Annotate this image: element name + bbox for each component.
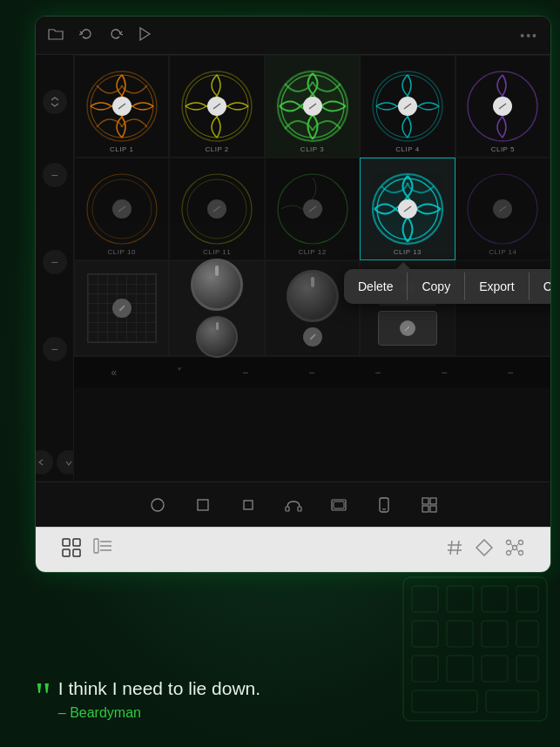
clip-1[interactable]: CLIP 1	[74, 55, 169, 158]
clip-14-label: CLIP 14	[489, 248, 516, 256]
empty-clip-cell[interactable]	[74, 260, 169, 356]
svg-rect-84	[482, 656, 508, 682]
clip-14[interactable]: CLIP 14	[455, 158, 550, 260]
svg-rect-41	[244, 501, 253, 509]
clips-row-1: CLIP 1	[74, 55, 550, 158]
clip-11-label: CLIP 11	[203, 248, 231, 256]
svg-rect-87	[486, 690, 538, 712]
clip-2-label: CLIP 2	[205, 145, 228, 153]
expand-icon[interactable]	[43, 90, 67, 114]
toolbar: •••	[36, 17, 550, 55]
scroll-minus-2[interactable]: −	[308, 367, 314, 379]
folder-icon[interactable]	[48, 28, 64, 44]
tab-group-right	[446, 539, 524, 561]
clip-2[interactable]: CLIP 2	[169, 55, 264, 158]
tab-list-icon[interactable]	[93, 538, 112, 562]
row1-minus[interactable]: −	[43, 163, 67, 187]
svg-rect-53	[73, 539, 80, 546]
transport-record[interactable]	[145, 493, 170, 517]
svg-rect-52	[63, 539, 70, 546]
svg-rect-78	[412, 621, 438, 647]
clip-5-label: CLIP 5	[491, 145, 515, 153]
svg-rect-49	[430, 498, 436, 504]
play-icon[interactable]	[138, 27, 151, 44]
context-copy[interactable]: Copy	[408, 273, 465, 300]
context-clear[interactable]: Clear	[530, 273, 550, 300]
clip-5[interactable]: CLIP 5	[455, 55, 550, 158]
transport-bar	[36, 481, 550, 527]
clips-row-2: CLIP 10 CLIP 11	[74, 158, 550, 260]
scroll-controls: « ˅ − − − − −	[74, 356, 550, 387]
row3-minus[interactable]: −	[43, 337, 67, 361]
transport-stop[interactable]	[191, 493, 215, 517]
scroll-minus-1[interactable]: −	[242, 367, 248, 379]
svg-line-72	[516, 548, 519, 552]
clip-10-label: CLIP 10	[108, 248, 136, 256]
svg-rect-40	[198, 500, 208, 510]
clip-13[interactable]: CLIP 13	[360, 158, 455, 260]
transport-grid[interactable]	[417, 493, 442, 517]
tab-grid-icon[interactable]	[62, 538, 81, 562]
svg-point-68	[513, 546, 517, 550]
clip-10[interactable]: CLIP 10	[74, 158, 169, 260]
svg-rect-43	[298, 507, 301, 511]
svg-rect-83	[447, 656, 473, 682]
scroll-down-ctrl[interactable]: ˅	[177, 367, 182, 379]
svg-rect-86	[412, 690, 477, 712]
transport-headphones[interactable]	[281, 493, 306, 517]
svg-point-67	[519, 551, 523, 555]
svg-rect-55	[73, 549, 80, 556]
svg-rect-82	[412, 656, 438, 682]
svg-line-71	[511, 548, 514, 552]
svg-line-60	[450, 541, 452, 555]
tab-hashtag-icon[interactable]	[446, 539, 463, 561]
clip-12[interactable]: CLIP 12	[265, 158, 360, 260]
clip-12-label: CLIP 12	[298, 248, 326, 256]
quote-section: " I think I need to lie down. – Beardyma…	[35, 676, 386, 721]
svg-rect-56	[94, 539, 98, 553]
tab-nodes-icon[interactable]	[505, 539, 524, 561]
svg-line-70	[516, 543, 519, 547]
scroll-left-icon[interactable]	[36, 450, 53, 474]
svg-line-61	[457, 541, 459, 555]
svg-point-65	[519, 541, 523, 545]
svg-rect-74	[412, 586, 438, 612]
clip-11[interactable]: CLIP 11	[169, 158, 264, 260]
tab-diamond-icon[interactable]	[476, 539, 493, 561]
svg-rect-48	[422, 498, 428, 504]
svg-rect-75	[447, 586, 473, 612]
clip-3[interactable]: CLIP 3	[265, 55, 360, 158]
svg-rect-73	[403, 577, 547, 721]
scroll-minus-3[interactable]: −	[374, 367, 381, 379]
clip-1-label: CLIP 1	[110, 145, 133, 153]
deco-keyboard	[399, 573, 551, 725]
svg-rect-54	[63, 549, 70, 556]
clip-4-label: CLIP 4	[395, 145, 419, 153]
tab-bar	[36, 527, 550, 572]
redo-icon[interactable]	[109, 27, 123, 44]
quote-author: – Beardyman	[58, 705, 260, 721]
scroll-minus-5[interactable]: −	[507, 367, 513, 379]
context-menu: Delete Copy Export Clear	[344, 269, 550, 304]
clip-13-label: CLIP 13	[394, 248, 422, 256]
scroll-minus-4[interactable]: −	[441, 367, 447, 379]
svg-rect-50	[422, 506, 428, 512]
transport-layers[interactable]	[327, 493, 351, 517]
svg-rect-81	[516, 621, 538, 647]
undo-icon[interactable]	[79, 27, 93, 44]
svg-rect-80	[482, 621, 508, 647]
scroll-left-ctrl[interactable]: «	[111, 367, 118, 379]
svg-rect-51	[430, 506, 436, 512]
more-options[interactable]: •••	[520, 29, 538, 43]
sidebar: − − −	[36, 55, 74, 481]
context-delete[interactable]: Delete	[344, 273, 408, 300]
knob-cell-1[interactable]	[169, 260, 264, 356]
transport-square-sm[interactable]	[236, 493, 260, 517]
app-frame: ••• − − −	[35, 16, 551, 573]
context-export[interactable]: Export	[465, 273, 529, 300]
transport-phone[interactable]	[372, 493, 396, 517]
clip-4[interactable]: CLIP 4	[360, 55, 455, 158]
row2-minus[interactable]: −	[43, 250, 67, 274]
svg-rect-42	[286, 507, 289, 511]
svg-rect-77	[516, 586, 538, 612]
